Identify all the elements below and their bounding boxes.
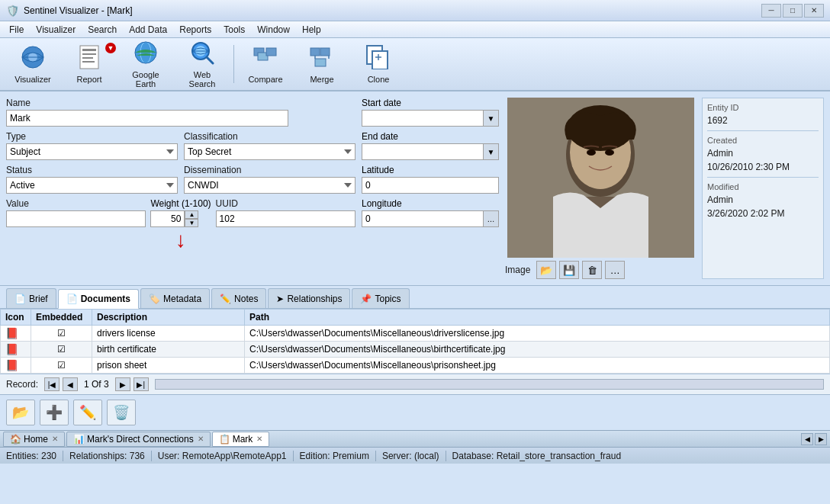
status-edition: Edition: Premium — [300, 451, 369, 461]
compare-icon — [253, 45, 278, 73]
bottom-tab-connections-close[interactable]: ✕ — [198, 435, 204, 443]
dissemination-select[interactable]: CNWDI — [184, 177, 355, 194]
record-prev-button[interactable]: ◀ — [63, 377, 78, 391]
google-earth-button[interactable]: Google Earth — [119, 41, 172, 87]
menu-item-file[interactable]: File — [3, 23, 30, 37]
bottom-nav-next-button[interactable]: ▶ — [815, 433, 827, 445]
compare-button[interactable]: Compare — [239, 41, 292, 87]
weight-down-button[interactable]: ▼ — [185, 219, 198, 227]
record-next-button[interactable]: ▶ — [115, 377, 130, 391]
menu-item-visualizer[interactable]: Visualizer — [30, 23, 82, 37]
classification-select[interactable]: Top Secret — [184, 143, 355, 160]
visualizer-button[interactable]: Visualizer — [6, 41, 60, 87]
home-icon: 🏠 — [10, 434, 21, 445]
entity-photo — [507, 98, 694, 258]
bottom-tab-mark-close[interactable]: ✕ — [256, 435, 262, 443]
value-input[interactable] — [6, 210, 146, 227]
clone-label: Clone — [368, 75, 390, 84]
latitude-row: Latitude — [362, 165, 499, 194]
status-dissemination-row: Status Active Dissemination CNWDI — [6, 165, 355, 194]
value-label: Value — [6, 198, 146, 209]
end-date-input[interactable] — [362, 143, 484, 160]
open-folder-button[interactable]: 📂 — [6, 400, 35, 425]
latitude-input[interactable] — [362, 177, 499, 194]
longitude-extra-button[interactable]: … — [484, 210, 499, 227]
photo-area: Image 📂 💾 🗑 … — [505, 98, 696, 279]
start-date-input[interactable] — [362, 110, 484, 127]
clone-button[interactable]: Clone — [352, 41, 405, 87]
image-save-button[interactable]: 💾 — [559, 261, 579, 279]
status-sep-5 — [446, 451, 446, 461]
documents-table: Icon Embedded Description Path 📕 ☑ drive… — [0, 309, 830, 374]
bottom-nav-prev-button[interactable]: ◀ — [801, 433, 813, 445]
tab-relationships[interactable]: ➤ Relationships — [268, 288, 350, 308]
menu-item-tools[interactable]: Tools — [217, 23, 251, 37]
bottom-tab-connections[interactable]: 📊 Mark's Direct Connections ✕ — [66, 432, 211, 447]
record-first-button[interactable]: |◀ — [44, 377, 60, 391]
weight-up-button[interactable]: ▲ — [185, 210, 198, 219]
tab-notes[interactable]: ✏️ Notes — [211, 288, 266, 308]
weight-label: Weight (1-100) — [150, 198, 211, 209]
uuid-input[interactable] — [216, 210, 355, 227]
col-path: Path — [245, 310, 830, 326]
edit-button[interactable]: ✏️ — [73, 400, 102, 425]
latitude-wrap — [362, 177, 499, 194]
tab-topics-icon: 📌 — [360, 294, 372, 304]
image-open-button[interactable]: 📂 — [536, 261, 556, 279]
record-navigation: Record: |◀ ◀ 1 Of 3 ▶ ▶| — [0, 374, 830, 394]
tab-documents[interactable]: 📄 Documents — [58, 289, 139, 309]
longitude-wrap: … — [362, 210, 499, 227]
image-delete-button[interactable]: 🗑 — [582, 261, 602, 279]
weight-input[interactable] — [150, 210, 185, 227]
merge-button[interactable]: Merge — [295, 41, 349, 87]
end-date-picker-button[interactable]: ▼ — [484, 143, 499, 160]
menu-item-window[interactable]: Window — [251, 23, 296, 37]
longitude-input[interactable] — [362, 210, 484, 227]
svg-rect-20 — [315, 59, 326, 66]
close-button[interactable]: ✕ — [804, 4, 824, 18]
record-info: 1 Of 3 — [84, 379, 109, 390]
menu-item-help[interactable]: Help — [296, 23, 327, 37]
type-select[interactable]: Subject — [6, 143, 178, 160]
minimize-button[interactable]: ─ — [761, 4, 781, 18]
svg-rect-7 — [82, 61, 95, 63]
record-last-button[interactable]: ▶| — [134, 377, 149, 391]
image-controls: Image 📂 💾 🗑 … — [505, 261, 696, 279]
menu-item-search[interactable]: Search — [82, 23, 123, 37]
image-label: Image — [505, 265, 530, 275]
tab-metadata[interactable]: 🏷️ Metadata — [140, 288, 210, 308]
start-date-picker-button[interactable]: ▼ — [484, 110, 499, 127]
status-select[interactable]: Active — [6, 177, 178, 194]
name-label: Name — [6, 98, 355, 108]
status-bar: Entities: 230 Relationships: 736 User: R… — [0, 447, 830, 464]
restore-button[interactable]: □ — [783, 4, 803, 18]
tab-documents-icon: 📄 — [66, 294, 78, 304]
uuid-row: UUID — [216, 198, 355, 227]
add-button[interactable]: ➕ — [40, 400, 69, 425]
title-text: Sentinel Visualizer - [Mark] — [24, 5, 761, 16]
longitude-label: Longitude — [362, 198, 499, 209]
entity-info-panel: Entity ID 1692 Created Admin 10/26/2010 … — [702, 98, 824, 279]
status-entities: Entities: 230 — [6, 451, 56, 461]
table-row[interactable]: 📕 ☑ prison sheet C:\Users\dwasser\Docume… — [1, 358, 830, 374]
table-row[interactable]: 📕 ☑ birth certificate C:\Users\dwasser\D… — [1, 342, 830, 358]
entity-id-value: 1692 — [707, 115, 819, 126]
name-input[interactable] — [6, 110, 288, 127]
bottom-tab-home[interactable]: 🏠 Home ✕ — [3, 432, 65, 447]
weight-input-wrap: ▲ ▼ — [150, 210, 211, 227]
tab-topics[interactable]: 📌 Topics — [352, 288, 409, 308]
svg-point-30 — [587, 149, 596, 156]
middle-form: Start date ▼ End date ▼ Latitude Longitu… — [362, 98, 499, 279]
tab-brief[interactable]: 📄 Brief — [6, 288, 56, 308]
web-search-label: Web Search — [179, 70, 225, 88]
bottom-tab-mark[interactable]: 📋 Mark ✕ — [212, 432, 270, 447]
web-search-button[interactable]: Web Search — [175, 41, 229, 87]
delete-button[interactable]: 🗑️ — [107, 400, 136, 425]
menu-item-reports[interactable]: Reports — [173, 23, 217, 37]
svg-rect-4 — [82, 49, 96, 51]
table-row[interactable]: 📕 ☑ drivers license C:\Users\dwasser\Doc… — [1, 326, 830, 342]
menu-item-adddata[interactable]: Add Data — [123, 23, 173, 37]
horizontal-scrollbar[interactable] — [155, 379, 824, 390]
image-more-button[interactable]: … — [605, 261, 625, 279]
doc-embedded-cell: ☑ — [31, 326, 92, 342]
